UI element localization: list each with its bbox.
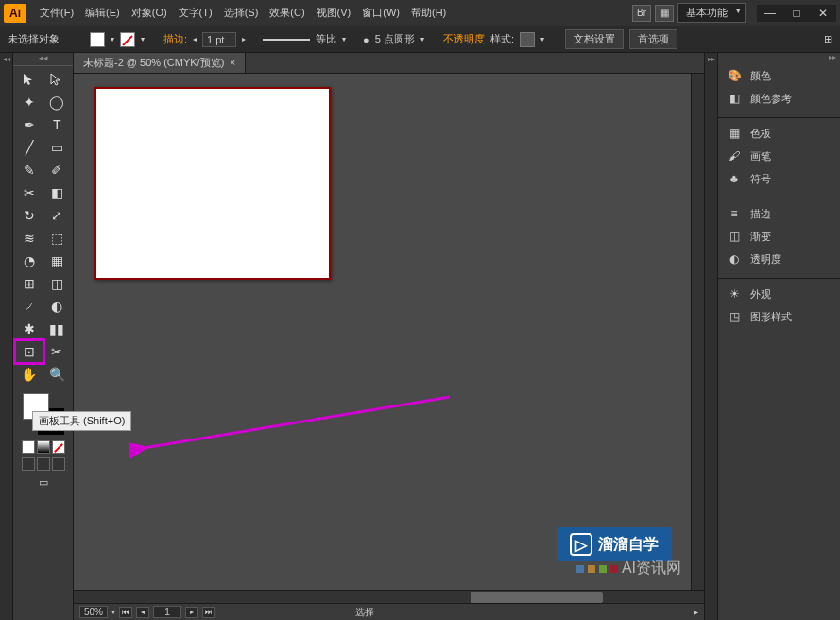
stroke-dropdown-icon[interactable]: ▾ [141,35,145,43]
screen-mode-icon[interactable]: ▭ [39,476,48,488]
last-artboard-button[interactable]: ⏭ [202,607,215,618]
control-bar-menu-icon[interactable]: ⊞ [824,33,832,45]
canvas[interactable]: ▷ 溜溜自学 AI资讯网 [74,74,691,590]
maximize-button[interactable]: □ [783,5,810,22]
draw-behind-icon[interactable] [37,457,50,471]
rotate-tool[interactable]: ↻ [15,204,43,227]
width-tool[interactable]: ≋ [15,227,43,250]
preferences-button[interactable]: 首选项 [629,29,677,49]
panel-stroke[interactable]: ≡ 描边 [718,202,840,225]
draw-inside-icon[interactable] [52,457,65,471]
fill-dropdown-icon[interactable]: ▾ [111,35,114,43]
artboard[interactable] [94,87,331,280]
menu-window[interactable]: 窗口(W) [356,6,405,20]
stroke-width-input[interactable] [202,32,236,47]
panel-transparency[interactable]: ◐ 透明度 [718,248,840,270]
document-setup-button[interactable]: 文档设置 [565,29,624,49]
eraser-tool[interactable]: ◧ [43,181,72,204]
menu-effect[interactable]: 效果(C) [264,6,310,20]
gradient-tool[interactable]: ◫ [43,272,72,295]
magic-wand-tool[interactable]: ✦ [15,91,43,113]
profile-dropdown-icon[interactable]: ▾ [342,35,346,43]
close-button[interactable]: ✕ [810,5,836,22]
rectangle-tool[interactable]: ▭ [43,136,72,159]
free-transform-tool[interactable]: ⬚ [43,227,72,250]
panel-color[interactable]: 🎨 颜色 [718,64,840,87]
opacity-label[interactable]: 不透明度 [443,32,485,46]
document-tab[interactable]: 未标题-2 @ 50% (CMYK/预览) × [74,53,246,73]
tools-collapse-rail[interactable]: ◂◂ [0,53,13,620]
type-tool[interactable]: T [43,113,72,136]
workspace-switcher[interactable]: 基本功能 [677,3,746,23]
status-menu-icon[interactable]: ▸ [694,607,698,617]
pen-tool[interactable]: ✒ [15,113,43,136]
menu-object[interactable]: 对象(O) [126,6,173,20]
panel-gradient[interactable]: ◫ 渐变 [718,225,840,248]
brush-dot-icon: ● [363,34,369,45]
style-swatch[interactable] [520,32,535,47]
line-tool[interactable]: ╱ [15,136,43,159]
svg-line-1 [144,397,450,448]
panel-swatches[interactable]: ▦ 色板 [718,122,840,145]
zoom-field[interactable]: 50% [79,606,108,618]
style-dropdown-icon[interactable]: ▾ [540,35,544,43]
menu-type[interactable]: 文字(T) [173,6,218,20]
stroke-label[interactable]: 描边: [163,32,187,46]
blob-brush-tool[interactable]: ✂ [15,181,43,204]
artboard-number-field[interactable]: 1 [153,606,181,618]
artboard-tool[interactable]: ⊡ [15,340,43,363]
panel-brushes[interactable]: 🖌 画笔 [718,145,840,167]
hand-tool[interactable]: ✋ [15,363,43,386]
stroke-swatch[interactable] [120,32,135,47]
panels-collapse-rail[interactable]: ▸▸ [704,53,717,620]
gradient-mode-icon[interactable] [37,440,50,454]
slice-tool[interactable]: ✂ [43,340,72,363]
bridge-icon[interactable]: Br [632,5,651,22]
next-artboard-button[interactable]: ▸ [185,607,198,618]
brush-dropdown-icon[interactable]: ▾ [420,35,424,43]
shape-builder-tool[interactable]: ◔ [15,250,43,272]
selection-tool[interactable] [15,68,43,91]
symbol-sprayer-tool[interactable]: ✱ [15,318,43,340]
panels-header[interactable]: ▸▸ [718,53,840,64]
stroke-width-stepper-down[interactable]: ◂ [193,35,197,43]
minimize-button[interactable]: — [757,5,783,22]
fill-swatch[interactable] [90,32,105,47]
tools-panel-header[interactable]: ◂◂ [13,53,73,66]
paintbrush-tool[interactable]: ✎ [15,159,43,181]
perspective-grid-tool[interactable]: ▦ [43,250,72,272]
menu-file[interactable]: 文件(F) [34,6,79,20]
column-graph-tool[interactable]: ▮▮ [43,318,72,340]
stroke-profile[interactable] [263,39,310,41]
transparency-icon: ◐ [726,251,743,267]
lasso-tool[interactable]: ◯ [43,91,72,113]
blend-tool[interactable]: ◐ [43,295,72,318]
zoom-tool[interactable]: 🔍 [43,363,72,386]
panel-label: 外观 [750,287,771,301]
draw-normal-icon[interactable] [22,457,35,471]
panel-color-guide[interactable]: ◧ 颜色参考 [718,87,840,110]
none-mode-icon[interactable] [52,440,65,454]
tab-close-icon[interactable]: × [230,58,235,68]
horizontal-scrollbar[interactable] [74,590,704,603]
direct-selection-tool[interactable] [43,68,72,91]
panel-graphic-styles[interactable]: ◳ 图形样式 [718,305,840,328]
color-mode-icon[interactable] [22,440,35,454]
menu-edit[interactable]: 编辑(E) [79,6,126,20]
menu-view[interactable]: 视图(V) [311,6,357,20]
mesh-tool[interactable]: ⊞ [15,272,43,295]
stroke-width-stepper-up[interactable]: ▸ [242,35,246,43]
first-artboard-button[interactable]: ⏮ [119,607,132,618]
prev-artboard-button[interactable]: ◂ [136,607,149,618]
pencil-tool[interactable]: ✐ [43,159,72,181]
vertical-scrollbar[interactable] [691,74,704,590]
arrange-icon[interactable]: ▦ [655,5,674,22]
panel-appearance[interactable]: ☀ 外观 [718,283,840,305]
zoom-dropdown-icon[interactable]: ▾ [111,608,115,616]
eyedropper-tool[interactable]: ⟋ [15,295,43,318]
panel-symbols[interactable]: ♣ 符号 [718,167,840,190]
menu-select[interactable]: 选择(S) [218,6,265,20]
play-icon: ▷ [570,533,592,556]
scale-tool[interactable]: ⤢ [43,204,72,227]
menu-help[interactable]: 帮助(H) [405,6,452,20]
